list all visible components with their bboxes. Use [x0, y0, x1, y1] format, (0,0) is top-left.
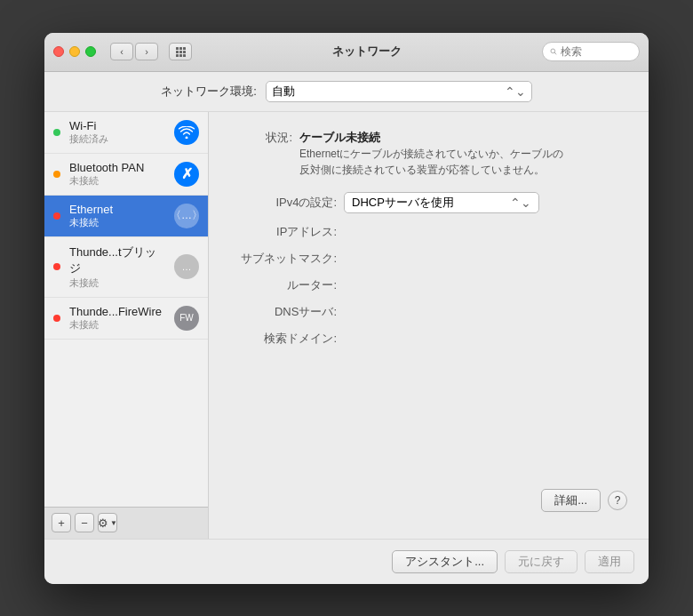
main-window: ‹ › ネットワーク ネットワーク — [44, 33, 649, 584]
minimize-button[interactable] — [69, 46, 80, 57]
detail-panel: 状況: ケーブル未接続 Ethernetにケーブルが接続されていないか、ケーブル… — [209, 112, 649, 539]
status-dot-bluetooth — [53, 171, 60, 178]
item-status-wifi: 接続済み — [69, 132, 165, 146]
status-dot-firewire — [53, 315, 60, 322]
svg-rect-2 — [183, 47, 186, 50]
ip-row: IPアドレス: — [230, 224, 627, 240]
item-name-thunderbolt-bridge: Thunde...tブリッジ — [69, 244, 165, 276]
forward-button[interactable]: › — [135, 43, 158, 60]
details-button[interactable]: 詳細... — [541, 489, 601, 512]
thunderbolt-bridge-icon: … — [174, 254, 199, 279]
router-label: ルーター: — [230, 277, 337, 293]
item-status-thunderbolt-bridge: 未接続 — [69, 276, 165, 290]
env-bar: ネットワーク環境: 自動 ⌃⌄ — [44, 72, 649, 112]
sidebar-item-firewire[interactable]: Thunde...FireWire 未接続 FW — [44, 298, 208, 340]
ethernet-icon: 〈…〉 — [174, 204, 199, 228]
env-select-value: 自動 — [272, 84, 295, 100]
remove-network-button[interactable]: − — [75, 513, 94, 532]
revert-button[interactable]: 元に戻す — [505, 550, 578, 573]
item-name-bluetooth: Bluetooth PAN — [69, 161, 165, 174]
env-select-arrow-icon: ⌃⌄ — [505, 84, 526, 99]
status-value: ケーブル未接続 — [299, 130, 566, 146]
back-button[interactable]: ‹ — [110, 43, 133, 60]
status-section: 状況: ケーブル未接続 Ethernetにケーブルが接続されていないか、ケーブル… — [230, 130, 627, 178]
item-status-firewire: 未接続 — [69, 318, 165, 332]
sidebar-item-ethernet[interactable]: Ethernet 未接続 〈…〉 — [44, 196, 208, 237]
main-content: Wi-Fi 接続済み — [44, 112, 649, 539]
nav-buttons: ‹ › — [110, 43, 158, 60]
item-name-firewire: Thunde...FireWire — [69, 305, 165, 318]
add-network-button[interactable]: + — [52, 513, 71, 532]
apply-button[interactable]: 適用 — [585, 550, 634, 573]
wifi-icon — [174, 120, 199, 145]
maximize-button[interactable] — [85, 46, 96, 57]
sidebar-list: Wi-Fi 接続済み — [44, 112, 208, 507]
close-button[interactable] — [53, 46, 64, 57]
ip-label: IPアドレス: — [230, 224, 337, 240]
svg-rect-0 — [176, 47, 179, 50]
svg-rect-7 — [179, 54, 182, 57]
details-row: 詳細... ? — [230, 489, 627, 512]
svg-rect-6 — [176, 54, 179, 57]
subnet-row: サブネットマスク: — [230, 251, 627, 267]
titlebar: ‹ › ネットワーク — [44, 33, 649, 72]
env-select[interactable]: 自動 ⌃⌄ — [266, 81, 532, 102]
sidebar-toolbar: + − ⚙ ▼ — [44, 507, 208, 539]
ipv4-value: DHCPサーバを使用 — [352, 195, 454, 211]
traffic-lights — [53, 46, 96, 57]
svg-rect-8 — [183, 54, 186, 57]
grid-button[interactable] — [169, 43, 192, 60]
panel-footer: アシスタント... 元に戻す 適用 — [44, 539, 649, 584]
footer-right: アシスタント... 元に戻す 適用 — [392, 550, 634, 573]
sidebar-item-wifi[interactable]: Wi-Fi 接続済み — [44, 112, 208, 154]
status-dot-ethernet — [53, 212, 60, 220]
env-label: ネットワーク環境: — [161, 84, 257, 100]
status-label: 状況: — [230, 130, 292, 146]
firewire-icon: FW — [174, 306, 199, 331]
router-row: ルーター: — [230, 277, 627, 293]
ipv4-select-arrow-icon: ⌃⌄ — [510, 196, 531, 210]
dns-row: DNSサーバ: — [230, 304, 627, 320]
gear-dropdown-icon: ▼ — [110, 519, 117, 527]
item-name-wifi: Wi-Fi — [69, 119, 165, 132]
search-box[interactable] — [542, 42, 640, 61]
status-dot-thunderbolt-bridge — [53, 263, 60, 270]
svg-rect-3 — [176, 51, 179, 53]
subnet-label: サブネットマスク: — [230, 251, 337, 267]
gear-button[interactable]: ⚙ ▼ — [98, 513, 117, 532]
item-name-ethernet: Ethernet — [69, 203, 165, 216]
ipv4-select[interactable]: DHCPサーバを使用 ⌃⌄ — [344, 192, 539, 213]
window-title: ネットワーク — [199, 44, 535, 60]
search-domain-row: 検索ドメイン: — [230, 331, 627, 347]
search-domain-label: 検索ドメイン: — [230, 331, 337, 347]
search-icon — [550, 46, 557, 57]
item-status-bluetooth: 未接続 — [69, 174, 165, 188]
status-dot-wifi — [53, 129, 60, 136]
sidebar-item-bluetooth[interactable]: Bluetooth PAN 未接続 ✗ — [44, 154, 208, 196]
assistant-button[interactable]: アシスタント... — [392, 550, 498, 573]
item-status-ethernet: 未接続 — [69, 216, 165, 229]
status-description: Ethernetにケーブルが接続されていないか、ケーブルの反対側に接続されている… — [299, 146, 566, 178]
gear-icon: ⚙ — [98, 516, 108, 530]
help-button[interactable]: ? — [608, 491, 627, 510]
bluetooth-icon: ✗ — [174, 162, 199, 187]
svg-rect-1 — [179, 47, 182, 50]
svg-rect-4 — [179, 51, 182, 53]
sidebar-item-thunderbolt-bridge[interactable]: Thunde...tブリッジ 未接続 … — [44, 237, 208, 298]
search-input[interactable] — [561, 45, 632, 58]
ipv4-label: IPv4の設定: — [230, 195, 337, 211]
dns-label: DNSサーバ: — [230, 304, 337, 320]
ipv4-row: IPv4の設定: DHCPサーバを使用 ⌃⌄ — [230, 192, 627, 213]
sidebar: Wi-Fi 接続済み — [44, 112, 209, 539]
svg-line-10 — [554, 52, 556, 54]
svg-rect-5 — [183, 51, 186, 53]
